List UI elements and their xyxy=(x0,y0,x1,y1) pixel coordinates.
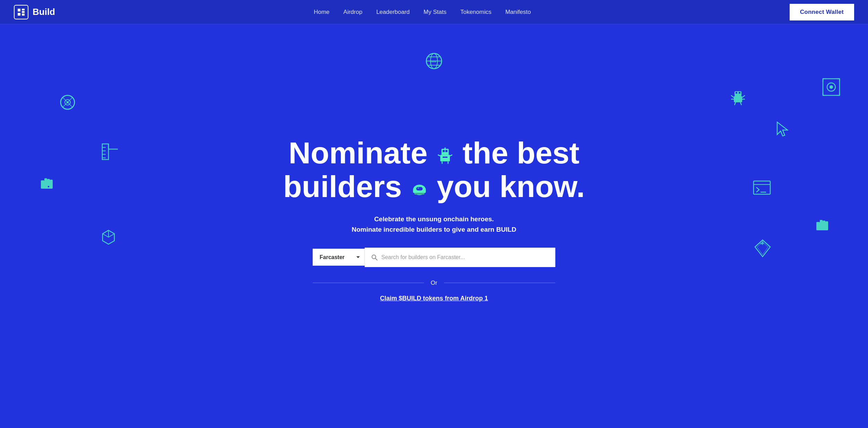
svg-marker-54 xyxy=(777,122,788,136)
nav-my-stats[interactable]: My Stats xyxy=(424,9,446,15)
cursor-icon xyxy=(776,121,788,138)
hand-point-icon-left xyxy=(38,173,56,194)
svg-rect-68 xyxy=(443,150,445,152)
logo-icon xyxy=(14,5,28,19)
svg-rect-36 xyxy=(734,96,742,102)
nav-home[interactable]: Home xyxy=(314,9,329,15)
helmet-icon xyxy=(410,180,428,198)
hero-title: Nominate the best builders xyxy=(283,136,585,204)
svg-rect-67 xyxy=(441,149,449,155)
svg-rect-1 xyxy=(18,13,20,16)
nav-manifesto[interactable]: Manifesto xyxy=(505,9,531,15)
nav-leaderboard[interactable]: Leaderboard xyxy=(376,9,409,15)
svg-rect-34 xyxy=(736,92,737,94)
svg-rect-59 xyxy=(820,220,823,230)
svg-rect-81 xyxy=(416,187,422,190)
connect-wallet-button[interactable]: Connect Wallet xyxy=(790,4,854,20)
svg-rect-74 xyxy=(443,157,445,158)
svg-rect-75 xyxy=(445,157,448,158)
cube-icon xyxy=(101,229,116,247)
subtitle-line1: Celebrate the unsung onchain heroes. xyxy=(374,215,494,223)
search-icon xyxy=(371,254,378,261)
robot-icon xyxy=(436,146,454,164)
or-divider: Or xyxy=(313,280,555,286)
diamond-icon xyxy=(754,239,771,259)
svg-line-72 xyxy=(438,155,440,156)
navbar: Build Home Airdrop Leaderboard My Stats … xyxy=(0,0,868,24)
svg-rect-82 xyxy=(413,190,415,192)
svg-line-41 xyxy=(735,102,736,105)
hero-subtitle: Celebrate the unsung onchain heroes. Nom… xyxy=(351,214,516,235)
cd-icon xyxy=(59,94,76,113)
svg-rect-35 xyxy=(739,92,740,94)
search-row: Farcaster Lens Twitter xyxy=(313,248,555,267)
logo-text: Build xyxy=(33,7,55,17)
svg-rect-4 xyxy=(22,14,25,16)
svg-rect-69 xyxy=(445,150,448,152)
svg-rect-16 xyxy=(102,144,108,160)
svg-rect-83 xyxy=(424,190,426,192)
svg-line-73 xyxy=(450,155,452,156)
svg-text:www: www xyxy=(430,59,436,63)
title-nominate: Nominate xyxy=(288,136,427,170)
svg-rect-85 xyxy=(417,188,419,189)
nav-menu: Home Airdrop Leaderboard My Stats Tokeno… xyxy=(314,9,531,16)
claim-link[interactable]: Claim $BUILD tokens from Airdrop 1 xyxy=(380,295,488,302)
nav-airdrop[interactable]: Airdrop xyxy=(344,9,363,15)
hero-section: www xyxy=(0,24,868,428)
logo[interactable]: Build xyxy=(14,5,55,19)
svg-rect-24 xyxy=(44,178,47,188)
title-you-know: you know. xyxy=(437,169,585,204)
svg-line-87 xyxy=(375,258,377,260)
title-the-best: the best xyxy=(462,136,579,170)
or-line-left xyxy=(313,283,424,283)
or-text: Or xyxy=(431,280,437,286)
svg-rect-28 xyxy=(48,186,49,187)
or-line-right xyxy=(444,283,555,283)
terminal-icon xyxy=(753,180,771,197)
svg-rect-27 xyxy=(41,187,53,189)
platform-select[interactable]: Farcaster Lens Twitter xyxy=(313,249,365,266)
svg-rect-3 xyxy=(22,11,25,13)
svg-line-37 xyxy=(731,95,734,97)
svg-line-31 xyxy=(108,234,114,237)
search-input[interactable] xyxy=(381,254,549,260)
svg-point-45 xyxy=(830,85,833,89)
svg-rect-71 xyxy=(440,155,450,161)
bug-icon xyxy=(729,88,747,108)
platform-select-wrapper: Farcaster Lens Twitter xyxy=(313,249,365,266)
globe-icon: www xyxy=(425,52,443,72)
hand-point-icon-right xyxy=(814,215,832,236)
svg-line-32 xyxy=(103,234,108,237)
svg-line-39 xyxy=(742,95,745,97)
svg-rect-62 xyxy=(816,228,828,230)
svg-line-42 xyxy=(740,102,741,105)
eye-icon xyxy=(822,78,840,98)
ruler-icon xyxy=(101,142,120,164)
title-builders: builders xyxy=(283,169,402,204)
svg-rect-70 xyxy=(444,148,445,149)
svg-rect-2 xyxy=(22,9,25,10)
svg-rect-84 xyxy=(414,193,424,195)
nav-tokenomics[interactable]: Tokenomics xyxy=(460,9,492,15)
subtitle-line2: Nominate incredible builders to give and… xyxy=(351,226,516,233)
search-input-wrapper xyxy=(365,248,555,267)
svg-rect-0 xyxy=(18,9,20,11)
